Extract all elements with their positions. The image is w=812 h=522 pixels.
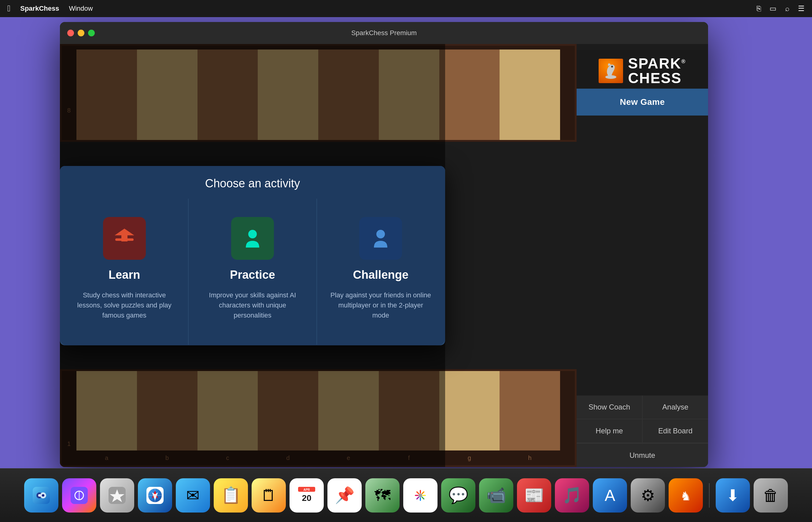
dock-item-launchpad[interactable] — [100, 478, 134, 513]
dock-item-finder[interactable] — [24, 478, 58, 513]
display-icon[interactable]: ▭ — [770, 4, 776, 13]
window-menu[interactable]: Window — [69, 5, 93, 13]
learn-icon — [103, 217, 146, 260]
close-button[interactable] — [67, 29, 74, 36]
window-title: SparkChess Premium — [351, 29, 417, 37]
mail-icon: ✉ — [186, 486, 200, 505]
dock: ✉ 📋 🗒 APR 20 📌 🗺 — [0, 468, 812, 522]
learn-icon-svg — [112, 226, 137, 250]
activity-modal: Choose an activity Learn — [60, 166, 445, 345]
sysprefs-icon: ⚙ — [641, 486, 655, 505]
dock-item-downloader[interactable]: ⬇ — [716, 478, 750, 513]
reminders-icon: 📌 — [335, 486, 355, 505]
svg-point-11 — [42, 494, 44, 497]
main-content: 8 Choose an activity — [60, 44, 708, 467]
show-coach-button[interactable]: Show Coach — [577, 396, 642, 419]
right-panel: SPARK® CHESS New Game Show Coach Analyse… — [577, 44, 708, 467]
challenge-description: Play against your friends in online mult… — [329, 290, 432, 320]
challenge-card[interactable]: Challenge Play against your friends in o… — [317, 199, 444, 345]
photos-icon — [412, 487, 429, 504]
dock-item-calendar[interactable]: APR 20 — [290, 478, 324, 513]
calendar-icon: APR 20 — [298, 487, 315, 504]
modal-title: Choose an activity — [60, 166, 445, 199]
svg-point-37 — [418, 494, 422, 497]
siri-icon — [71, 487, 88, 504]
svg-text:♞: ♞ — [680, 489, 691, 503]
svg-point-10 — [38, 494, 41, 497]
dock-item-mail[interactable]: ✉ — [176, 478, 210, 513]
col-g: g — [439, 455, 500, 461]
logo-text: SPARK® CHESS — [628, 56, 686, 85]
help-me-button[interactable]: Help me — [577, 419, 642, 443]
learn-name: Learn — [108, 268, 140, 281]
menubar:  SparkChess Window ⎘ ▭ ⌕ ☰ — [0, 0, 812, 17]
logo-area: SPARK® CHESS — [577, 50, 708, 88]
maps-icon: 🗺 — [375, 486, 391, 505]
edit-board-button[interactable]: Edit Board — [642, 419, 708, 443]
trash-icon: 🗑 — [763, 486, 779, 505]
col-h: h — [499, 455, 560, 461]
dock-item-safari[interactable] — [138, 478, 172, 513]
launchpad-icon — [108, 487, 126, 504]
news-icon: 📰 — [524, 486, 544, 505]
minimize-button[interactable] — [78, 29, 84, 36]
learn-card[interactable]: Learn Study chess with interactive lesso… — [61, 199, 188, 345]
cast-icon[interactable]: ⎘ — [757, 4, 761, 13]
practice-card[interactable]: Practice Improve your skills against AI … — [189, 199, 316, 345]
unmute-button[interactable]: Unmute — [577, 443, 708, 467]
app-window: SparkChess Premium 8 — [60, 22, 708, 467]
analyse-button[interactable]: Analyse — [642, 396, 708, 419]
search-icon[interactable]: ⌕ — [785, 4, 789, 13]
dock-item-reminders[interactable]: 📌 — [328, 478, 362, 513]
horse-svg — [601, 61, 621, 81]
logo-trademark: ® — [681, 58, 686, 64]
maximize-button[interactable] — [88, 29, 95, 36]
sparkchess-dock-icon: ♞ — [677, 487, 694, 504]
dock-item-sysprefs[interactable]: ⚙ — [631, 478, 665, 513]
dock-item-music[interactable]: 🎵 — [555, 478, 589, 513]
window-controls — [67, 29, 95, 36]
dock-item-stickies[interactable]: 🗒 — [252, 478, 286, 513]
apple-menu[interactable]:  — [7, 4, 11, 14]
title-bar: SparkChess Premium — [60, 22, 708, 44]
practice-description: Improve your skills against AI character… — [201, 290, 304, 320]
modal-overlay: Choose an activity Learn — [60, 44, 445, 467]
app-name-menu[interactable]: SparkChess — [20, 5, 59, 13]
downloader-icon: ⬇ — [726, 486, 739, 505]
challenge-name: Challenge — [353, 268, 409, 281]
dock-item-notes[interactable]: 📋 — [214, 478, 248, 513]
practice-icon — [231, 217, 274, 260]
dock-item-photos[interactable] — [403, 478, 437, 513]
svg-point-4 — [376, 230, 385, 238]
safari-icon — [146, 487, 163, 504]
music-icon: 🎵 — [562, 486, 582, 505]
messages-icon: 💬 — [449, 486, 468, 505]
dock-item-messages[interactable]: 💬 — [441, 478, 475, 513]
control-center-icon[interactable]: ☰ — [798, 4, 805, 13]
dock-divider — [709, 483, 710, 508]
appstore-icon: A — [605, 486, 615, 505]
board-cell — [439, 49, 500, 140]
dock-item-facetime[interactable]: 📹 — [479, 478, 513, 513]
dock-item-appstore[interactable]: A — [593, 478, 627, 513]
logo-horse-icon — [599, 59, 623, 83]
dock-item-news[interactable]: 📰 — [517, 478, 551, 513]
learn-description: Study chess with interactive lessons, so… — [73, 290, 176, 320]
dock-item-maps[interactable]: 🗺 — [365, 478, 400, 513]
stickies-icon: 🗒 — [261, 486, 277, 505]
challenge-icon — [359, 217, 402, 260]
dock-item-sparkchess[interactable]: ♞ — [669, 478, 703, 513]
dock-item-trash[interactable]: 🗑 — [754, 478, 788, 513]
board-cell — [439, 371, 500, 450]
practice-name: Practice — [230, 268, 275, 281]
board-area: 8 Choose an activity — [60, 44, 577, 467]
new-game-button[interactable]: New Game — [577, 88, 708, 116]
logo-spark: SPARK® — [628, 56, 686, 71]
finder-icon — [33, 487, 50, 504]
bottom-buttons: Show Coach Analyse Help me Edit Board Un… — [577, 396, 708, 467]
notes-icon: 📋 — [221, 486, 241, 505]
svg-rect-2 — [121, 235, 127, 241]
activity-cards: Learn Study chess with interactive lesso… — [61, 199, 444, 345]
challenge-icon-svg — [369, 226, 393, 250]
dock-item-siri[interactable] — [62, 478, 96, 513]
